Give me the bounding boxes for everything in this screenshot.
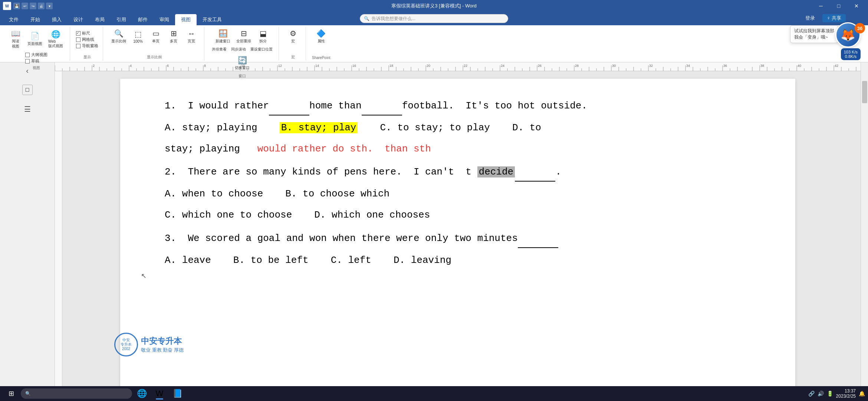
search-placeholder: 告诉我您想要做什么... xyxy=(372,16,415,22)
tab-layout[interactable]: 布局 xyxy=(89,14,111,25)
page-thumbnail-toggle[interactable]: □ xyxy=(22,85,33,95)
nav-prev-button[interactable]: ‹ xyxy=(21,64,34,77)
nav-menu-button[interactable]: ☰ xyxy=(21,102,34,116)
web-view-button[interactable]: 🌐 Web版式视图 xyxy=(46,28,65,50)
outline-check[interactable]: 大纲视图 xyxy=(25,52,47,58)
svg-text:18: 18 xyxy=(389,64,393,68)
watermark-circle-text: 中安专升本2002 xyxy=(121,338,132,351)
new-window-button[interactable]: 🪟 新建窗口 xyxy=(213,27,233,45)
macro-button[interactable]: ⚙ 宏 xyxy=(285,27,301,45)
taskbar-search[interactable]: 🔍 xyxy=(21,388,132,399)
watermark-sub-text: 敬业 重教 勤奋 厚德 xyxy=(141,347,184,353)
maximize-button[interactable]: □ xyxy=(830,0,847,12)
multi-page-button[interactable]: ⊞ 多页 xyxy=(165,27,182,45)
arrange-all-button[interactable]: ⊟ 全部重排 xyxy=(234,27,253,45)
reset-window-button[interactable]: 重设窗口位置 xyxy=(249,46,274,53)
web-view-icon: 🌐 xyxy=(51,30,60,39)
mascot-tooltip: 试试拉我到屏幕顶部 我会「变身」哦~ xyxy=(790,25,838,43)
arrange-all-label: 全部重排 xyxy=(236,39,251,44)
q1-option-b: B. stay; play xyxy=(280,119,358,137)
window-buttons-row: 🪟 新建窗口 ⊟ 全部重排 ⬓ 拆分 xyxy=(213,27,271,45)
svg-text:32: 32 xyxy=(649,64,653,68)
page-width-label: 页宽 xyxy=(188,39,195,44)
word-icon: W xyxy=(3,2,11,10)
start-button[interactable]: ⊞ xyxy=(3,387,19,400)
nav-checkbox[interactable] xyxy=(76,44,80,48)
ribbon-group-window: 🪟 新建窗口 ⊟ 全部重排 ⬓ 拆分 并排查看 同步滚动 重设窗口位置 xyxy=(206,27,279,61)
user-area: 登录 ♀ 共享 xyxy=(802,14,846,22)
split-button[interactable]: ⬓ 拆分 xyxy=(255,27,271,45)
svg-text:24: 24 xyxy=(501,64,504,68)
sharepoint-icon: 🔷 xyxy=(316,29,326,38)
q3-option-b: B. to be left xyxy=(233,252,309,269)
search-bar[interactable]: 🔍 告诉我您想要做什么... xyxy=(360,14,508,23)
print-preview-icon[interactable]: 🖨 xyxy=(38,3,45,9)
horizontal-ruler: 24681012141618202224262830323436384042 xyxy=(55,62,861,71)
minimize-button[interactable]: ─ xyxy=(812,0,829,12)
download-speed: 0.8K/s xyxy=(844,54,858,59)
upload-speed: 103 K/s xyxy=(844,50,858,54)
login-button[interactable]: 登录 xyxy=(802,14,818,22)
gridlines-check[interactable]: 网格线 xyxy=(76,37,98,42)
svg-text:26: 26 xyxy=(538,64,542,68)
side-by-side-button[interactable]: 并排查看 xyxy=(210,46,228,53)
macro-group-label: 宏 xyxy=(291,53,295,60)
q2-decide-highlight: decide xyxy=(477,166,515,177)
taskbar-word-button[interactable]: W xyxy=(151,387,168,400)
draft-check[interactable]: 草稿 xyxy=(25,58,47,64)
view-checks: 大纲视图 草稿 xyxy=(25,52,47,64)
ruler-checkbox[interactable] xyxy=(76,31,80,36)
draft-checkbox[interactable] xyxy=(25,59,30,63)
taskbar-browser-button[interactable]: 🌐 xyxy=(134,387,150,400)
zoom-icon: 🔍 xyxy=(114,29,124,38)
watermark: 中安专升本2002 中安专升本 敬业 重教 勤奋 厚德 xyxy=(114,333,184,356)
one-page-button[interactable]: ▭ 单页 xyxy=(148,27,164,45)
tab-file[interactable]: 文件 xyxy=(3,14,24,25)
close-button[interactable]: ✕ xyxy=(848,0,865,12)
page-view-button[interactable]: 📄 页面视图 xyxy=(25,30,45,48)
scrollbar-thumb[interactable] xyxy=(862,81,867,103)
ruler-check[interactable]: 标尺 xyxy=(76,30,98,36)
tab-developer[interactable]: 开发工具 xyxy=(197,14,228,25)
tab-design[interactable]: 设计 xyxy=(68,14,89,25)
question-2: 2. There are so many kinds of pens here.… xyxy=(165,163,751,224)
zoom-100-button[interactable]: ⬚ 100% xyxy=(130,28,146,45)
undo-icon[interactable]: ↩ xyxy=(22,3,28,9)
nav-check[interactable]: 导航窗格 xyxy=(76,43,98,49)
view-buttons-row: 📖 阅读视图 📄 页面视图 🌐 Web版式视图 xyxy=(7,27,65,50)
svg-text:2: 2 xyxy=(93,64,95,68)
reading-view-button[interactable]: 📖 阅读视图 xyxy=(7,27,24,50)
outline-checkbox[interactable] xyxy=(25,53,30,57)
more-icon[interactable]: ▾ xyxy=(46,3,53,9)
tooltip-line1: 试试拉我到屏幕顶部 xyxy=(794,28,834,34)
gridlines-label: 网格线 xyxy=(82,37,94,42)
tab-view[interactable]: 视图 xyxy=(175,14,197,25)
svg-text:38: 38 xyxy=(760,64,764,68)
redo-icon[interactable]: ↪ xyxy=(30,3,36,9)
taskbar-app3[interactable]: 📘 xyxy=(169,387,185,400)
tab-mail[interactable]: 邮件 xyxy=(132,14,154,25)
zoom-button[interactable]: 🔍 显示比例 xyxy=(109,27,128,45)
svg-text:14: 14 xyxy=(315,64,319,68)
q1-note: would rather do sth. than sth xyxy=(257,143,431,154)
svg-text:20: 20 xyxy=(427,64,430,68)
scrollbar-right[interactable] xyxy=(861,62,868,386)
save-icon[interactable]: 💾 xyxy=(13,3,20,9)
svg-text:8: 8 xyxy=(204,64,206,68)
tab-insert[interactable]: 插入 xyxy=(46,14,68,25)
tab-review[interactable]: 审阅 xyxy=(154,14,175,25)
page-width-button[interactable]: ↔ 页宽 xyxy=(183,28,200,45)
share-button[interactable]: ♀ 共享 xyxy=(822,14,846,22)
sync-scroll-button[interactable]: 同步滚动 xyxy=(230,46,247,53)
tab-home[interactable]: 开始 xyxy=(24,14,46,25)
tab-references[interactable]: 引用 xyxy=(111,14,132,25)
zoom-100-label: 100% xyxy=(133,39,143,43)
nav-label: 导航窗格 xyxy=(82,43,98,49)
left-sidebar: ‹ □ ☰ xyxy=(0,12,55,386)
switch-window-button[interactable]: 🔄 切换窗口 xyxy=(233,54,252,72)
watermark-circle: 中安专升本2002 xyxy=(114,333,138,356)
gridlines-checkbox[interactable] xyxy=(76,38,80,42)
sharepoint-props-button[interactable]: 🔷 属性 xyxy=(313,27,329,45)
window-buttons-row2: 并排查看 同步滚动 重设窗口位置 xyxy=(210,46,274,53)
q1-option-d: D. to xyxy=(512,119,541,137)
